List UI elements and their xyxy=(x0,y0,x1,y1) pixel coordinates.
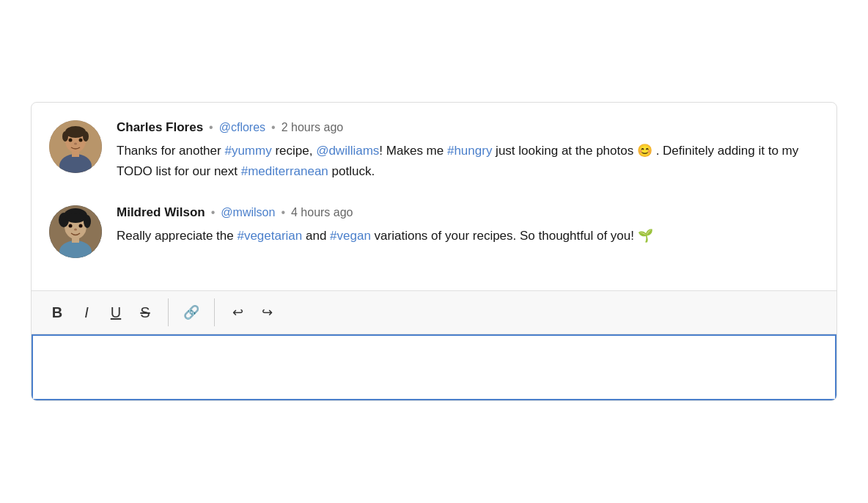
italic-button[interactable]: I xyxy=(73,298,100,326)
formatting-group: B I U S xyxy=(43,298,169,326)
mildred-name: Mildred Wilson xyxy=(117,205,205,220)
editor-toolbar: B I U S 🔗 ↩ ↪ xyxy=(32,291,836,334)
svg-point-15 xyxy=(65,213,86,222)
dot-1: • xyxy=(209,121,213,134)
dot-3: • xyxy=(211,206,216,219)
charles-avatar xyxy=(49,120,102,173)
hashtag-yummy[interactable]: #yummy xyxy=(224,144,271,158)
dot-4: • xyxy=(281,206,285,219)
comment-item: Mildred Wilson • @mwilson • 4 hours ago … xyxy=(49,205,819,258)
dot-2: • xyxy=(271,121,276,134)
svg-point-3 xyxy=(62,131,68,142)
charles-username[interactable]: @cflores xyxy=(219,121,265,134)
svg-point-6 xyxy=(79,138,83,142)
svg-point-18 xyxy=(74,229,77,231)
undo-button[interactable]: ↩ xyxy=(224,298,251,326)
bold-button[interactable]: B xyxy=(43,298,71,326)
comment-section-container: Charles Flores • @cflores • 2 hours ago … xyxy=(31,102,837,401)
history-group: ↩ ↪ xyxy=(224,298,281,326)
svg-point-7 xyxy=(74,142,77,144)
link-button[interactable]: 🔗 xyxy=(177,298,205,326)
charles-name: Charles Flores xyxy=(117,120,203,135)
charles-comment-text: Thanks for another #yummy recipe, @dwill… xyxy=(117,141,819,182)
underline-button[interactable]: U xyxy=(102,298,130,326)
mildred-avatar xyxy=(49,205,102,258)
mildred-comment-text: Really appreciate the #vegetarian and #v… xyxy=(117,226,819,246)
svg-point-16 xyxy=(69,224,73,228)
comment-item: Charles Flores • @cflores • 2 hours ago … xyxy=(49,120,819,182)
redo-button[interactable]: ↪ xyxy=(253,298,281,326)
mildred-comment-body: Mildred Wilson • @mwilson • 4 hours ago … xyxy=(117,205,819,258)
svg-point-4 xyxy=(83,131,89,142)
mention-dwilliams[interactable]: @dwilliams xyxy=(316,144,379,158)
hashtag-vegan[interactable]: #vegan xyxy=(330,229,371,243)
svg-rect-9 xyxy=(72,151,79,157)
svg-rect-20 xyxy=(72,238,79,243)
svg-point-5 xyxy=(69,138,73,142)
link-group: 🔗 xyxy=(177,298,215,326)
mildred-username[interactable]: @mwilson xyxy=(221,206,275,219)
charles-meta: Charles Flores • @cflores • 2 hours ago xyxy=(117,120,819,135)
svg-point-2 xyxy=(65,126,86,138)
svg-point-17 xyxy=(79,224,83,228)
hashtag-mediterranean[interactable]: #mediterranean xyxy=(241,164,328,178)
mildred-timestamp: 4 hours ago xyxy=(291,206,353,219)
strikethrough-button[interactable]: S xyxy=(131,298,159,326)
mildred-meta: Mildred Wilson • @mwilson • 4 hours ago xyxy=(117,205,819,220)
hashtag-vegetarian[interactable]: #vegetarian xyxy=(237,229,302,243)
comment-editor[interactable] xyxy=(32,334,836,400)
charles-comment-body: Charles Flores • @cflores • 2 hours ago … xyxy=(117,120,819,182)
comments-list: Charles Flores • @cflores • 2 hours ago … xyxy=(32,103,836,290)
hashtag-hungry[interactable]: #hungry xyxy=(447,144,492,158)
charles-timestamp: 2 hours ago xyxy=(282,121,344,134)
